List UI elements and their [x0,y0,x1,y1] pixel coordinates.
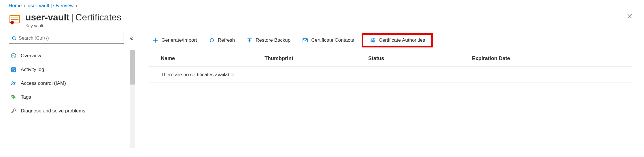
toolbar-label: Restore Backup [256,37,290,43]
col-thumbprint[interactable]: Thumbprint [265,55,368,62]
sidebar-scrollbar[interactable] [130,50,135,148]
restore-backup-button[interactable]: Restore Backup [243,34,293,46]
certificate-authorities-button[interactable]: Certificate Authorities [363,34,432,46]
tags-icon [10,94,17,100]
breadcrumb-item[interactable]: user-vault | Overview [28,3,73,9]
search-box[interactable] [9,33,124,44]
toolbar: Generate/Import Refresh Restore Backup C… [149,33,632,48]
sidebar-item-overview[interactable]: Overview [9,49,135,63]
sidebar-item-label: Access control (IAM) [21,81,66,86]
plus-icon [152,37,158,43]
page-header: user-vault | Certificates Key vault [0,10,644,33]
svg-point-18 [373,38,374,39]
col-status[interactable]: Status [368,55,472,62]
breadcrumb-home[interactable]: Home [9,3,22,9]
sidebar-scrollbar-thumb[interactable] [130,50,135,85]
toolbar-label: Certificate Authorities [379,37,425,43]
close-button[interactable] [626,12,634,20]
svg-point-22 [373,41,374,42]
resource-name: user-vault [25,12,69,23]
table-header: Name Thumbprint Status Expiration Date [149,51,632,67]
chevron-right-icon: › [24,3,25,8]
col-name[interactable]: Name [161,55,265,62]
sidebar-item-tags[interactable]: Tags [9,90,135,104]
refresh-icon [209,37,215,43]
chevron-right-icon: › [76,3,77,8]
mail-icon [302,37,308,43]
sidebar-item-access-control[interactable]: Access control (IAM) [9,76,135,90]
people-icon [10,80,17,87]
toolbar-label: Refresh [218,37,235,43]
sidebar-item-label: Tags [21,94,31,100]
title-separator: | [71,12,73,23]
sidebar-item-diagnose[interactable]: Diagnose and solve problems [9,104,135,118]
page-title: Certificates [75,12,121,23]
svg-line-5 [15,39,16,40]
sidebar-item-label: Activity log [21,67,44,72]
svg-point-12 [12,82,14,83]
resource-type-label: Key vault [25,23,121,28]
sidebar-item-label: Diagnose and solve problems [21,108,85,114]
svg-point-14 [12,96,13,97]
certificate-contacts-button[interactable]: Certificate Contacts [299,34,357,46]
search-icon [12,36,16,41]
sidebar-nav: Overview Activity log Access control (IA… [9,49,135,118]
toolbar-label: Certificate Contacts [311,37,354,43]
wrench-icon [10,108,17,114]
empty-message: There are no certificates available. [161,72,621,78]
breadcrumb: Home › user-vault | Overview › [0,0,644,10]
certificates-table: Name Thumbprint Status Expiration Date T… [149,51,632,83]
key-circle-icon [10,53,17,59]
sidebar-item-label: Overview [21,53,41,59]
svg-point-4 [12,37,15,39]
svg-point-20 [371,40,372,41]
activity-log-icon [10,66,17,73]
sliders-icon [370,37,376,43]
main-content: Generate/Import Refresh Restore Backup C… [135,33,644,118]
upload-icon [246,37,253,43]
collapse-sidebar-button[interactable] [129,36,134,41]
search-input[interactable] [19,36,121,41]
generate-import-button[interactable]: Generate/Import [149,34,200,46]
toolbar-label: Generate/Import [161,37,197,43]
sidebar: Overview Activity log Access control (IA… [9,33,135,118]
table-empty-row: There are no certificates available. [149,67,632,83]
refresh-button[interactable]: Refresh [206,34,238,46]
sidebar-item-activity-log[interactable]: Activity log [9,63,135,76]
col-expiration[interactable]: Expiration Date [472,55,621,62]
svg-point-13 [14,82,15,83]
key-vault-icon [9,14,21,26]
